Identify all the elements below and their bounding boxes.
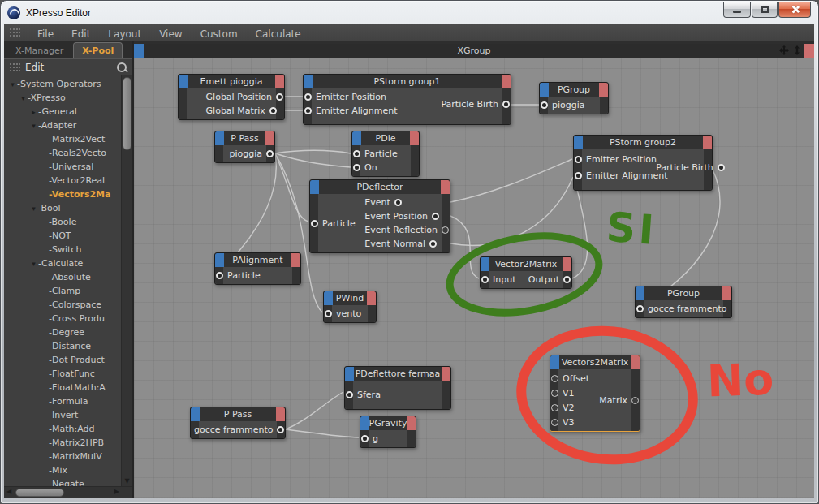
tree-item-distance[interactable]: Distance — [4, 339, 121, 353]
tree-item-xpresso[interactable]: ▾XPresso — [4, 91, 121, 105]
menu-item-calculate[interactable]: Calculate — [247, 27, 310, 41]
tree-item-matrix2hpb[interactable]: Matrix2HPB — [4, 436, 121, 450]
node-p-pass-3[interactable]: P Passpioggia — [214, 131, 275, 163]
port-gocce-frammento[interactable] — [277, 426, 284, 433]
expand-arrow-icon[interactable]: ▾ — [19, 94, 28, 102]
port-vento[interactable] — [325, 310, 332, 317]
node-corner-red[interactable] — [291, 253, 300, 267]
node-pgravity-13[interactable]: PGravityg — [360, 416, 416, 448]
node-corner-blue[interactable] — [481, 257, 489, 271]
node-title-bar[interactable]: P Pass — [191, 407, 285, 421]
tree-vertical-scrollbar[interactable]: ▼ — [121, 75, 132, 486]
tree-item-switch[interactable]: Switch — [4, 243, 121, 256]
tree-item-matrix2vect[interactable]: Matrix2Vect — [4, 132, 121, 146]
node-title-bar[interactable]: P Pass — [215, 131, 274, 145]
node-corner-blue[interactable] — [574, 136, 583, 149]
node-corner-red[interactable] — [599, 83, 608, 97]
tree-item-floatmath-a[interactable]: FloatMath:A — [4, 381, 121, 394]
tree-item-boole[interactable]: Boole — [4, 215, 121, 229]
node-title-bar[interactable]: PDeflettore fermaa — [345, 367, 450, 381]
node-pgroup-10[interactable]: PGroupgocce frammento — [635, 286, 732, 318]
node-corner-red[interactable] — [442, 367, 450, 381]
node-corner-red[interactable] — [722, 286, 731, 300]
node-corner-blue[interactable] — [540, 83, 549, 97]
node-title-bar[interactable]: Vector2Matrix — [481, 257, 571, 271]
tree-item-bool[interactable]: ▾Bool — [4, 201, 121, 215]
node-corner-red[interactable] — [502, 75, 511, 88]
node-corner-red[interactable] — [441, 180, 450, 194]
port-v3[interactable] — [551, 419, 558, 426]
port-event-position[interactable] — [432, 213, 439, 220]
node-palignment-7[interactable]: PAlignmentParticle — [214, 252, 301, 285]
tree-item-dot-product[interactable]: Dot Product — [4, 353, 121, 367]
port-emitter-position[interactable] — [575, 156, 582, 163]
node-title-bar[interactable]: PStorm group1 — [304, 75, 511, 88]
port-particle-birth[interactable] — [718, 164, 725, 171]
scroll-right-icon[interactable]: ▶ — [114, 488, 119, 495]
wire-vector2matrix-output-to-pstorm-group2-emitter-alignment[interactable] — [572, 179, 588, 278]
node-pstorm-group1-1[interactable]: PStorm group1Emitter PositionEmitter Ali… — [303, 74, 511, 125]
tree-item-vectors2ma[interactable]: Vectors2Ma — [4, 187, 121, 201]
port-particle[interactable] — [216, 272, 223, 279]
node-canvas[interactable]: Emett pioggiaGlobal PositionGlobal Matri… — [134, 58, 814, 498]
scrollbar-thumb[interactable] — [15, 489, 64, 497]
expand-arrow-icon[interactable]: ▾ — [8, 80, 17, 88]
tree-horizontal-scrollbar[interactable]: ◀ ▶ — [4, 486, 132, 498]
grip-icon[interactable] — [9, 62, 20, 73]
port-v1[interactable] — [551, 390, 558, 397]
node-corner-red[interactable] — [703, 136, 712, 149]
port-matrix[interactable] — [631, 397, 639, 404]
menu-item-view[interactable]: View — [150, 27, 191, 41]
tree-item-not[interactable]: NOT — [4, 229, 121, 243]
header-red-square[interactable] — [804, 44, 814, 58]
wire-p-pass-gocce-frammento-to-pdeflettore-fermaa-sfera[interactable] — [286, 392, 343, 429]
port-emitter-position[interactable] — [304, 93, 312, 101]
node-corner-blue[interactable] — [304, 75, 313, 88]
node-corner-red[interactable] — [265, 131, 274, 145]
node-pstorm-group2-6[interactable]: PStorm group2Emitter PositionEmitter Ali… — [573, 135, 713, 191]
port-g[interactable] — [361, 435, 369, 442]
node-corner-blue[interactable] — [550, 355, 559, 369]
node-corner-blue[interactable] — [215, 131, 224, 145]
port-particle[interactable] — [311, 220, 318, 227]
close-button[interactable] — [778, 2, 811, 18]
port-particle-birth[interactable] — [502, 101, 510, 108]
port-sfera[interactable] — [346, 391, 353, 398]
node-title-bar[interactable]: PGravity — [360, 416, 416, 430]
scroll-down-icon[interactable]: ▼ — [122, 477, 132, 485]
node-pdeflector-5[interactable]: PDeflectorParticleEventEvent PositionEve… — [309, 179, 450, 253]
tab-x-manager[interactable]: X-Manager — [7, 43, 71, 58]
menu-item-layout[interactable]: Layout — [99, 27, 150, 41]
xgroup-header[interactable]: XGroup — [134, 44, 814, 58]
tree-item-math-add[interactable]: Math:Add — [4, 422, 121, 436]
port-v2[interactable] — [551, 404, 558, 411]
fit-vertical-icon[interactable] — [793, 45, 801, 55]
edit-menu-button[interactable]: Edit — [25, 62, 44, 73]
tree-item-formula[interactable]: Formula — [4, 394, 121, 408]
node-corner-blue[interactable] — [191, 407, 200, 421]
tree-item-absolute[interactable]: Absolute — [4, 270, 121, 284]
node-corner-blue[interactable] — [360, 416, 369, 430]
expand-arrow-icon[interactable]: ▾ — [29, 122, 38, 130]
expand-arrow-icon[interactable]: ▸ — [29, 108, 38, 116]
wire-p-pass-pioggia-to-pdie-particle[interactable] — [275, 150, 351, 153]
grip-icon[interactable] — [9, 28, 20, 38]
node-title-bar[interactable]: PGroup — [540, 83, 608, 97]
move-icon[interactable] — [779, 45, 789, 55]
port-global-matrix[interactable] — [269, 107, 277, 114]
menu-item-file[interactable]: File — [28, 27, 63, 41]
node-title-bar[interactable]: Emett pioggia — [179, 75, 284, 88]
port-on[interactable] — [353, 164, 360, 171]
node-corner-red[interactable] — [367, 291, 376, 305]
tree-item-reals2vecto[interactable]: Reals2Vecto — [4, 146, 121, 160]
port-pioggia[interactable] — [266, 150, 274, 157]
port-pioggia[interactable] — [541, 101, 548, 109]
node-corner-blue[interactable] — [179, 75, 188, 88]
node-vector2matrix-8[interactable]: Vector2MatrixInputOutput — [480, 256, 572, 289]
node-title-bar[interactable]: PAlignment — [215, 253, 300, 267]
search-icon[interactable] — [117, 62, 127, 73]
port-event-reflection[interactable] — [442, 226, 449, 234]
port-particle[interactable] — [353, 150, 360, 157]
wire-p-pass-pioggia-to-pdie-on[interactable] — [275, 153, 351, 167]
node-emett-pioggia-0[interactable]: Emett pioggiaGlobal PositionGlobal Matri… — [178, 74, 285, 120]
